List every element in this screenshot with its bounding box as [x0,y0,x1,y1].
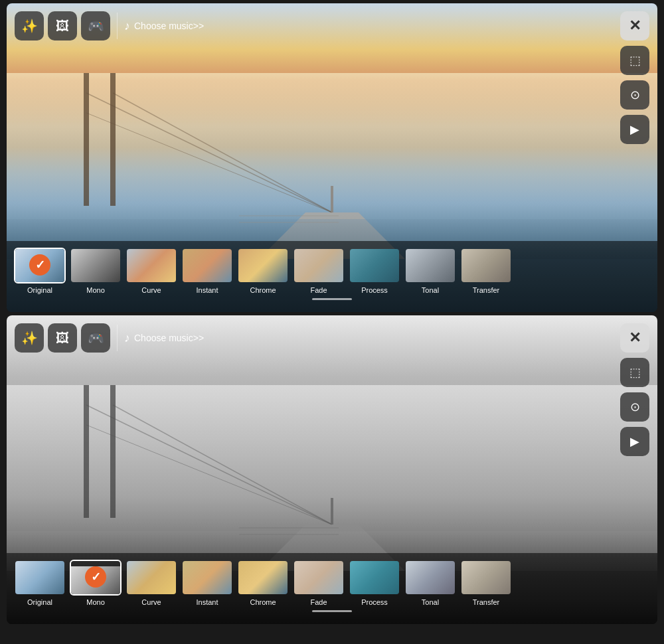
bottom-filter-item-tonal[interactable]: Tonal [404,560,457,606]
bottom-filter-strip: Original ✓ Mono Curve [7,553,657,624]
bottom-gamepad-button[interactable]: 🎮 [81,323,110,353]
bottom-filter-thumb-transfer [460,560,512,596]
filter-label-transfer: Transfer [473,286,500,294]
video-button[interactable]: ▶ [620,115,649,144]
bottom-filter-thumb-original [14,560,66,596]
bottom-filter-thumb-process [349,560,400,596]
bottom-music-button[interactable]: ♪ Choose music>> [124,331,204,345]
bottom-filter-item-mono[interactable]: ✓ Mono [69,560,122,606]
top-filter-strip: ✓ Original Mono Curve [7,241,657,312]
bottom-close-button[interactable]: ✕ [620,323,649,353]
bottom-filter-label-curve: Curve [141,598,161,606]
bottom-filter-item-chrome[interactable]: Chrome [236,560,290,606]
bottom-filter-item-transfer[interactable]: Transfer [459,560,513,606]
filter-item-transfer[interactable]: Transfer [459,248,513,294]
filter-label-process: Process [361,286,388,294]
top-right-buttons: ✕ ⬚ ⊙ ▶ [620,11,649,144]
filter-item-mono[interactable]: Mono [69,248,122,294]
bottom-right-buttons: ✕ ⬚ ⊙ ▶ [620,323,649,456]
filter-item-process[interactable]: Process [348,248,401,294]
filter-item-tonal[interactable]: Tonal [404,248,457,294]
bottom-filter-thumb-chrome [237,560,289,596]
scroll-indicator-bottom [312,610,352,612]
filter-label-original: Original [27,286,52,294]
bottom-filter-item-process[interactable]: Process [348,560,401,606]
filter-label-tonal: Tonal [422,286,439,294]
filter-thumb-process [349,248,400,283]
filter-label-fade: Fade [310,286,327,294]
bottom-filter-thumb-fade [293,560,345,596]
filter-item-curve[interactable]: Curve [125,248,178,294]
filter-label-curve: Curve [141,286,161,294]
bottom-filter-item-original[interactable]: Original [13,560,66,606]
camera-button[interactable]: ⊙ [620,80,649,110]
bottom-filter-scroll: Original ✓ Mono Curve [7,560,657,606]
top-filter-scroll: ✓ Original Mono Curve [7,248,657,294]
music-label: Choose music>> [134,21,204,31]
filter-label-instant: Instant [196,286,218,294]
bottom-video-button[interactable]: ▶ [620,427,649,456]
filter-thumb-transfer [460,248,512,283]
top-toolbar: ✨ 🖼 🎮 ♪ Choose music>> [15,11,204,40]
filter-thumb-tonal [404,248,456,283]
bottom-filter-thumb-curve [125,560,177,596]
filter-thumb-fade [293,248,345,283]
bottom-crop-button[interactable]: ⬚ [620,358,649,387]
crop-button[interactable]: ⬚ [620,46,649,75]
bottom-filter-label-tonal: Tonal [422,598,439,606]
filter-item-instant[interactable]: Instant [181,248,234,294]
bottom-filter-item-instant[interactable]: Instant [181,560,234,606]
music-button[interactable]: ♪ Choose music>> [124,19,204,33]
bottom-panel: ✨ 🖼 🎮 ♪ Choose music>> ✕ ⬚ ⊙ ▶ Original [7,315,657,624]
scroll-indicator-top [312,298,352,300]
toolbar-divider [117,13,118,39]
bottom-filter-label-instant: Instant [196,598,218,606]
bottom-filter-thumb-instant [181,560,233,596]
bottom-music-note-icon: ♪ [124,331,130,345]
bottom-magic-button[interactable]: ✨ [15,323,44,353]
bottom-image-button[interactable]: 🖼 [48,323,77,353]
filter-thumb-mono [70,248,122,283]
bottom-filter-label-mono: Mono [86,598,105,606]
image-button[interactable]: 🖼 [48,11,77,40]
filter-thumb-curve [125,248,177,283]
filter-thumb-chrome [237,248,289,283]
bottom-toolbar-divider [117,325,118,351]
filter-item-chrome[interactable]: Chrome [236,248,290,294]
top-panel: ✨ 🖼 🎮 ♪ Choose music>> ✕ ⬚ ⊙ ▶ ✓ Origina… [7,3,657,312]
bottom-filter-label-original: Original [27,598,52,606]
selected-check: ✓ [29,254,50,276]
filter-item-original[interactable]: ✓ Original [13,248,66,294]
bottom-filter-item-fade[interactable]: Fade [292,560,345,606]
bottom-toolbar: ✨ 🖼 🎮 ♪ Choose music>> [15,323,204,353]
filter-label-chrome: Chrome [250,286,276,294]
bottom-filter-item-curve[interactable]: Curve [125,560,178,606]
bottom-camera-button[interactable]: ⊙ [620,392,649,422]
magic-button[interactable]: ✨ [15,11,44,40]
bottom-music-label: Choose music>> [134,333,204,343]
bottom-filter-label-transfer: Transfer [473,598,500,606]
filter-thumb-instant [181,248,233,283]
music-note-icon: ♪ [124,19,130,33]
close-button[interactable]: ✕ [620,11,649,40]
filter-label-mono: Mono [86,286,105,294]
bottom-filter-label-chrome: Chrome [250,598,276,606]
gamepad-button[interactable]: 🎮 [81,11,110,40]
filter-item-fade[interactable]: Fade [292,248,345,294]
filter-thumb-original: ✓ [14,248,66,283]
bottom-selected-check: ✓ [85,566,106,588]
bottom-filter-label-fade: Fade [310,598,327,606]
bottom-filter-label-process: Process [361,598,388,606]
bottom-filter-thumb-tonal [404,560,456,596]
bottom-filter-thumb-mono: ✓ [70,560,122,596]
